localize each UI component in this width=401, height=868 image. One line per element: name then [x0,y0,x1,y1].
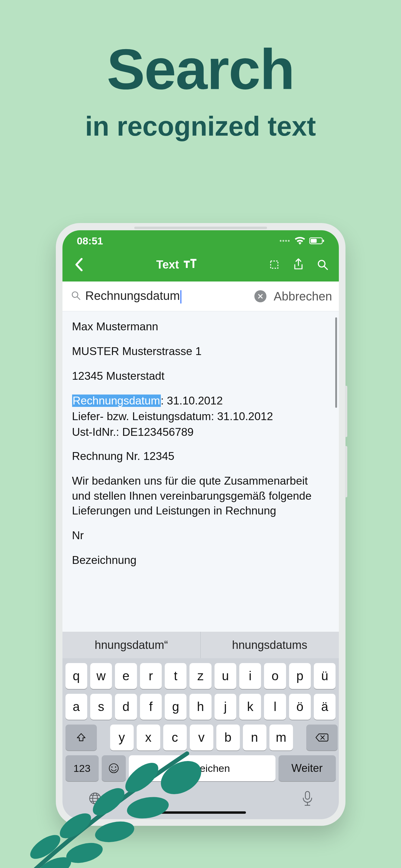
svg-point-4 [318,260,325,267]
doc-name: Max Mustermann [72,319,329,334]
key-g[interactable]: g [165,694,187,720]
key-b[interactable]: b [216,724,240,750]
search-bar: Rechnungsdatum Abbrechen [62,281,339,311]
backspace-key[interactable] [306,724,338,750]
key-h[interactable]: h [190,694,211,720]
search-input-text[interactable]: Rechnungsdatum [85,289,251,303]
key-a[interactable]: a [65,694,87,720]
svg-rect-3 [271,261,278,268]
search-highlight: Rechnungsdatum [72,395,161,407]
doc-city: 12345 Musterstadt [72,369,329,384]
side-button [345,446,347,497]
document-content[interactable]: Max Mustermann MUSTER Musterstrasse 1 12… [62,311,339,632]
key-oe[interactable]: ö [289,694,311,720]
key-d[interactable]: d [115,694,137,720]
enter-key[interactable]: Weiter [279,755,336,781]
key-n[interactable]: n [243,724,266,750]
screen: 08:51 •••• Text [62,230,339,819]
key-k[interactable]: k [239,694,261,720]
suggestion-item[interactable]: hnungsdatum“ [62,632,201,658]
key-o[interactable]: o [264,663,286,689]
doc-nr-label: Nr [72,528,329,543]
key-u[interactable]: u [214,663,236,689]
key-row-3: y x c v b n m [65,724,336,750]
doc-body: Wir bedanken uns für die qute Zusammenar… [72,473,329,519]
scroll-indicator[interactable] [335,317,337,408]
keyboard-footer [62,786,339,819]
speaker-grille [134,227,267,229]
signal-dots-icon: •••• [279,238,290,244]
svg-point-16 [27,830,64,863]
cancel-button[interactable]: Abbrechen [274,290,332,303]
svg-rect-1 [311,239,316,243]
key-r[interactable]: r [140,663,162,689]
key-w[interactable]: w [90,663,112,689]
key-s[interactable]: s [90,694,112,720]
screen-title: Text [156,258,179,271]
key-p[interactable]: p [289,663,311,689]
doc-lieferdatum-line: Liefer- bzw. Leistungsdatum: 31.10.2012 [72,409,329,424]
hero-title: Search [0,39,401,99]
crop-icon[interactable] [266,257,282,273]
svg-point-10 [115,767,116,768]
share-icon[interactable] [291,257,306,273]
suggestion-item[interactable]: hnungsdatums [201,632,339,658]
key-z[interactable]: z [190,663,211,689]
clock: 08:51 [77,235,103,247]
svg-point-17 [64,839,105,867]
search-field[interactable]: Rechnungsdatum [69,286,268,307]
key-row-1: q w e r t z u i o p ü [65,663,336,689]
key-f[interactable]: f [140,694,162,720]
shift-key[interactable] [65,724,97,750]
key-t[interactable]: t [165,663,187,689]
key-ae[interactable]: ä [314,694,336,720]
phone-frame: 08:51 •••• Text [56,223,345,826]
key-c[interactable]: c [163,724,187,750]
key-row-2: a s d f g h j k l ö ä [65,694,336,720]
text-caret [180,290,181,304]
space-key[interactable]: Leerzeichen [129,755,276,781]
side-button [345,386,347,437]
svg-point-15 [34,852,74,868]
home-indicator[interactable] [155,811,246,814]
key-m[interactable]: m [269,724,293,750]
doc-rechnungsdatum-line: Rechnungsdatum: 31.10.2012 [72,393,329,408]
app-header: 08:51 •••• Text [62,230,339,281]
key-e[interactable]: e [115,663,137,689]
key-v[interactable]: v [190,724,213,750]
svg-point-8 [109,764,118,773]
key-x[interactable]: x [137,724,160,750]
key-row-bottom: 123 Leerzeichen Weiter [62,755,339,786]
doc-street: MUSTER Musterstrasse 1 [72,344,329,359]
svg-line-5 [324,267,327,270]
wifi-icon [295,237,305,245]
numeric-key[interactable]: 123 [65,755,99,781]
keyboard: hnungsdatum“ hnungsdatums q w e r t z u … [62,632,339,819]
magnifier-icon [71,290,81,302]
toolbar: Text [62,251,339,281]
suggestion-bar: hnungsdatum“ hnungsdatums [62,632,339,658]
svg-point-6 [72,292,78,298]
svg-point-9 [111,767,113,768]
doc-ust-line: Ust-IdNr.: DE123456789 [72,425,329,440]
clear-icon[interactable] [254,290,266,302]
key-j[interactable]: j [214,694,236,720]
key-i[interactable]: i [239,663,261,689]
emoji-key[interactable] [102,755,126,781]
doc-rechnung-nr: Rechnung Nr. 12345 [72,449,329,464]
key-q[interactable]: q [65,663,87,689]
svg-line-7 [77,297,80,300]
hero-subtitle: in recognized text [0,112,401,141]
svg-rect-14 [305,792,310,799]
svg-rect-2 [323,240,324,242]
globe-icon[interactable] [88,791,102,807]
back-button[interactable] [71,257,87,273]
mic-icon[interactable] [302,790,314,808]
key-y[interactable]: y [110,724,134,750]
search-icon[interactable] [315,257,331,273]
doc-bez-label: Bezeichnung [72,553,329,568]
status-bar: 08:51 •••• [62,230,339,251]
key-l[interactable]: l [264,694,286,720]
text-size-icon[interactable] [183,258,196,271]
key-ue[interactable]: ü [314,663,336,689]
